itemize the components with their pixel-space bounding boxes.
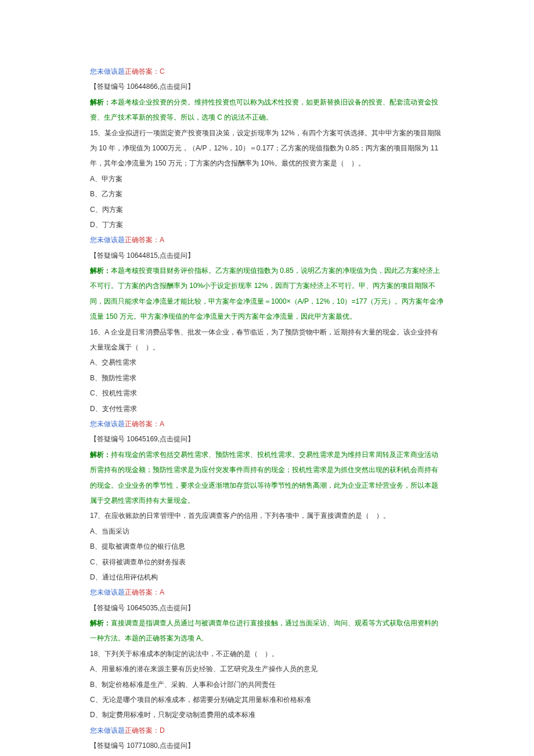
option-b: B、提取被调查单位的银行信息 — [90, 539, 444, 554]
analysis-label: 解析： — [90, 619, 111, 627]
option-c: C、投机性需求 — [90, 386, 444, 401]
analysis-label: 解析： — [90, 451, 111, 459]
option-a: A、交易性需求 — [90, 355, 444, 370]
option-c: C、无论是哪个项目的标准成本，都需要分别确定其用量标准和价格标准 — [90, 692, 444, 707]
correct-answer-label: 正确答案：A — [125, 236, 164, 244]
correct-answer-label: 正确答案：A — [125, 420, 164, 428]
reference-link[interactable]: 【答疑编号 10644866,点击提问】 — [90, 79, 444, 94]
question-stem: 16、A 企业是日常消费品零售、批发一体企业，春节临近，为了预防货物中断，近期持… — [90, 325, 444, 355]
not-done-label: 您未做该题 — [90, 236, 125, 244]
option-a: A、甲方案 — [90, 171, 444, 186]
analysis: 解析：本题考核企业投资的分类。维持性投资也可以称为战术性投资，如更新替换旧设备的… — [90, 95, 444, 125]
option-d: D、丁方案 — [90, 217, 444, 232]
not-done-label: 您未做该题 — [90, 67, 125, 75]
option-d: D、支付性需求 — [90, 401, 444, 416]
not-done-label: 您未做该题 — [90, 588, 125, 596]
option-a: A、当面采访 — [90, 524, 444, 539]
reference-link[interactable]: 【答疑编号 10771080,点击提问】 — [90, 738, 444, 753]
option-b: B、制定价格标准是生产、采购、人事和会计部门的共同责任 — [90, 677, 444, 692]
question-17: 17、在应收账款的日常管理中，首先应调查客户的信用，下列各项中，属于直接调查的是… — [90, 508, 444, 646]
reference-link[interactable]: 【答疑编号 10644815,点击提问】 — [90, 248, 444, 263]
option-d: D、制定费用标准时，只制定变动制造费用的成本标准 — [90, 707, 444, 722]
analysis: 解析：本题考核投资项目财务评价指标。乙方案的现值指数为 0.85，说明乙方案的净… — [90, 263, 444, 325]
analysis-label: 解析： — [90, 98, 111, 106]
not-done-label: 您未做该题 — [90, 420, 125, 428]
option-c: C、丙方案 — [90, 202, 444, 217]
question-14-answer: 您未做该题正确答案：C 【答疑编号 10644866,点击提问】 解析：本题考核… — [90, 64, 444, 125]
question-15: 15、某企业拟进行一项固定资产投资项目决策，设定折现率为 12%，有四个方案可供… — [90, 125, 444, 325]
not-done-label: 您未做该题 — [90, 726, 125, 735]
analysis: 解析：直接调查是指调查人员通过与被调查单位进行直接接触，通过当面采访、询问、观看… — [90, 615, 444, 646]
correct-answer-label: 正确答案：A — [125, 588, 164, 596]
correct-answer-label: 正确答案：C — [125, 67, 165, 75]
option-d: D、通过信用评估机构 — [90, 570, 444, 585]
question-stem: 15、某企业拟进行一项固定资产投资项目决策，设定折现率为 12%，有四个方案可供… — [90, 125, 444, 171]
option-a: A、用量标准的潜在来源主要有历史经验、工艺研究及生产操作人员的意见 — [90, 661, 444, 676]
option-b: B、预防性需求 — [90, 370, 444, 386]
question-16: 16、A 企业是日常消费品零售、批发一体企业，春节临近，为了预防货物中断，近期持… — [90, 325, 444, 509]
option-b: B、乙方案 — [90, 186, 444, 201]
question-stem: 18、下列关于标准成本的制定的说法中，不正确的是（ ）。 — [90, 646, 444, 661]
question-stem: 17、在应收账款的日常管理中，首先应调查客户的信用，下列各项中，属于直接调查的是… — [90, 508, 444, 523]
analysis: 解析：持有现金的需求包括交易性需求、预防性需求、投机性需求。交易性需求是为维持日… — [90, 447, 444, 509]
question-18: 18、下列关于标准成本的制定的说法中，不正确的是（ ）。 A、用量标准的潜在来源… — [90, 646, 444, 754]
reference-link[interactable]: 【答疑编号 10645035,点击提问】 — [90, 600, 444, 615]
option-c: C、获得被调查单位的财务报表 — [90, 555, 444, 570]
analysis-label: 解析： — [90, 267, 111, 275]
correct-answer-label: 正确答案：D — [125, 726, 165, 735]
reference-link[interactable]: 【答疑编号 10645169,点击提问】 — [90, 431, 444, 447]
